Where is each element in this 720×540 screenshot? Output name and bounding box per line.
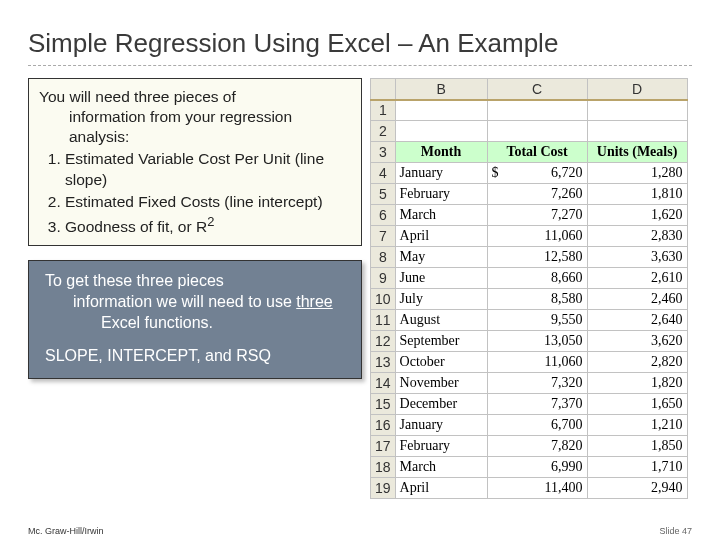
cell-units[interactable]: 1,650: [587, 394, 687, 415]
info-item-3: Goodness of fit, or R2: [65, 214, 351, 237]
cell-month[interactable]: January: [395, 415, 487, 436]
cell-units[interactable]: 2,820: [587, 352, 687, 373]
info-item-2: Estimated Fixed Costs (line intercept): [65, 192, 351, 212]
cell-cost[interactable]: [487, 121, 587, 142]
cell-cost[interactable]: 11,060: [487, 226, 587, 247]
row-header[interactable]: 14: [371, 373, 396, 394]
cell-cost[interactable]: 9,550: [487, 310, 587, 331]
cell-cost[interactable]: 7,270: [487, 205, 587, 226]
row-header[interactable]: 10: [371, 289, 396, 310]
cell-cost[interactable]: 12,580: [487, 247, 587, 268]
cell-cost[interactable]: 7,820: [487, 436, 587, 457]
cell-units[interactable]: 2,940: [587, 478, 687, 499]
row-header[interactable]: 7: [371, 226, 396, 247]
table-row: 18March6,9901,710: [371, 457, 688, 478]
row-header[interactable]: 3: [371, 142, 396, 163]
table-row: 10July8,5802,460: [371, 289, 688, 310]
cell-units[interactable]: 1,820: [587, 373, 687, 394]
info-list: Estimated Variable Cost Per Unit (line s…: [39, 149, 351, 237]
cell-cost[interactable]: 7,260: [487, 184, 587, 205]
row-header[interactable]: 19: [371, 478, 396, 499]
cell-units[interactable]: 2,640: [587, 310, 687, 331]
cell-cost[interactable]: 8,660: [487, 268, 587, 289]
col-header-D[interactable]: D: [587, 79, 687, 100]
cell-units[interactable]: 2,830: [587, 226, 687, 247]
row-header[interactable]: 16: [371, 415, 396, 436]
cell-units[interactable]: [587, 121, 687, 142]
row-header[interactable]: 5: [371, 184, 396, 205]
info-item-3-text: Goodness of fit, or R: [65, 218, 207, 235]
table-row: 13October11,0602,820: [371, 352, 688, 373]
cell-units[interactable]: 1,210: [587, 415, 687, 436]
col-header-C[interactable]: C: [487, 79, 587, 100]
intro-line-b: information from your regression analysi…: [39, 107, 351, 147]
cell-cost[interactable]: $6,720: [487, 163, 587, 184]
row-header[interactable]: 6: [371, 205, 396, 226]
row-header[interactable]: 2: [371, 121, 396, 142]
table-row: 6March7,2701,620: [371, 205, 688, 226]
r-squared-sup: 2: [207, 214, 214, 229]
para1-line1: To get these three pieces: [73, 271, 349, 292]
cell-month[interactable]: [395, 121, 487, 142]
col-header-B[interactable]: B: [395, 79, 487, 100]
underlined-word: three: [296, 293, 332, 310]
row-header[interactable]: 12: [371, 331, 396, 352]
cell-month[interactable]: May: [395, 247, 487, 268]
cell-month[interactable]: [395, 100, 487, 121]
cell-cost[interactable]: 6,700: [487, 415, 587, 436]
row-header[interactable]: 18: [371, 457, 396, 478]
table-row: 15December7,3701,650: [371, 394, 688, 415]
cell-units[interactable]: 3,630: [587, 247, 687, 268]
cell-month[interactable]: November: [395, 373, 487, 394]
row-header[interactable]: 1: [371, 100, 396, 121]
table-row: 11August9,5502,640: [371, 310, 688, 331]
cell-units[interactable]: 2,610: [587, 268, 687, 289]
cell-month[interactable]: April: [395, 478, 487, 499]
row-header[interactable]: 4: [371, 163, 396, 184]
cell-month[interactable]: February: [395, 184, 487, 205]
row-header[interactable]: 9: [371, 268, 396, 289]
cell-units[interactable]: 2,460: [587, 289, 687, 310]
cell-month[interactable]: January: [395, 163, 487, 184]
cell-month[interactable]: October: [395, 352, 487, 373]
cell-cost[interactable]: 8,580: [487, 289, 587, 310]
cell-cost[interactable]: 7,370: [487, 394, 587, 415]
cell-cost[interactable]: 13,050: [487, 331, 587, 352]
cell-month[interactable]: July: [395, 289, 487, 310]
header-month[interactable]: Month: [395, 142, 487, 163]
spreadsheet: BCD123MonthTotal CostUnits (Meals)4Janua…: [370, 78, 688, 499]
row-header[interactable]: 17: [371, 436, 396, 457]
row-header[interactable]: 11: [371, 310, 396, 331]
row-header[interactable]: 13: [371, 352, 396, 373]
cell-month[interactable]: August: [395, 310, 487, 331]
cell-cost[interactable]: 11,400: [487, 478, 587, 499]
table-row: 1: [371, 100, 688, 121]
row-header[interactable]: 15: [371, 394, 396, 415]
cell-cost[interactable]: 6,990: [487, 457, 587, 478]
row-header[interactable]: 8: [371, 247, 396, 268]
cell-units[interactable]: 1,280: [587, 163, 687, 184]
table-row: 17February7,8201,850: [371, 436, 688, 457]
cell-month[interactable]: March: [395, 457, 487, 478]
info-item-1: Estimated Variable Cost Per Unit (line s…: [65, 149, 351, 189]
cell-units[interactable]: 1,620: [587, 205, 687, 226]
table-row: 14November7,3201,820: [371, 373, 688, 394]
table-row: 16January6,7001,210: [371, 415, 688, 436]
cell-units[interactable]: 1,850: [587, 436, 687, 457]
cell-cost[interactable]: 11,060: [487, 352, 587, 373]
cell-units[interactable]: 3,620: [587, 331, 687, 352]
header-units[interactable]: Units (Meals): [587, 142, 687, 163]
cell-month[interactable]: March: [395, 205, 487, 226]
cell-units[interactable]: 1,810: [587, 184, 687, 205]
table-row: 4January$6,7201,280: [371, 163, 688, 184]
cell-units[interactable]: [587, 100, 687, 121]
cell-month[interactable]: September: [395, 331, 487, 352]
cell-month[interactable]: February: [395, 436, 487, 457]
header-cost[interactable]: Total Cost: [487, 142, 587, 163]
cell-cost[interactable]: [487, 100, 587, 121]
cell-month[interactable]: December: [395, 394, 487, 415]
cell-cost[interactable]: 7,320: [487, 373, 587, 394]
cell-month[interactable]: June: [395, 268, 487, 289]
cell-month[interactable]: April: [395, 226, 487, 247]
cell-units[interactable]: 1,710: [587, 457, 687, 478]
